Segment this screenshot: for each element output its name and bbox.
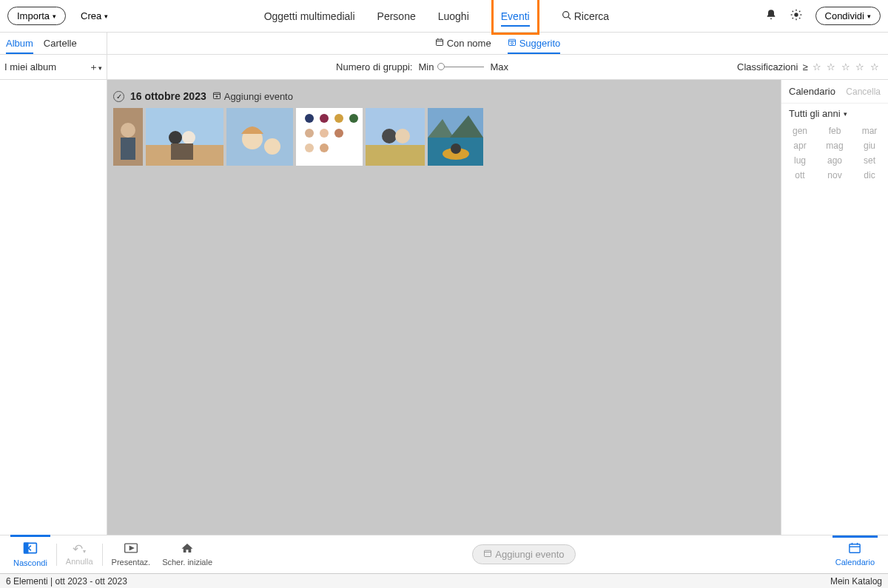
hide-panel-button[interactable]: Nascondi [7,541,53,567]
svg-rect-54 [24,543,28,552]
svg-marker-56 [130,547,133,550]
month-cell[interactable]: lug [789,155,811,166]
tab-named[interactable]: Con nome [435,33,491,53]
thumbnail[interactable] [113,108,143,166]
search-trigger[interactable]: Ricerca [562,10,609,22]
tab-named-label: Con nome [447,38,491,49]
svg-point-41 [305,143,314,152]
ratings-label: Classificazioni [737,61,798,72]
my-albums-label: I miei album [4,61,56,72]
svg-point-40 [334,129,343,138]
home-button[interactable]: Scher. iniziale [156,542,218,567]
import-button[interactable]: Importa ▾ [7,7,66,25]
svg-point-39 [320,129,329,138]
nav-media[interactable]: Oggetti multimediali [264,3,355,30]
status-right: Mein Katalog [830,576,882,587]
topbar: Importa ▾ Crea ▾ Oggetti multimediali Pe… [0,0,888,33]
share-button[interactable]: Condividi ▾ [815,7,881,25]
slideshow-button[interactable]: Presentaz. [106,542,157,567]
calendar-month-row: gen feb mar [789,124,881,138]
undo-button[interactable]: ↶▾ Annulla [60,543,99,566]
month-cell[interactable]: gen [789,126,811,136]
brightness-icon[interactable] [790,9,802,24]
status-left: 6 Elementi | ott 2023 - ott 2023 [6,576,127,587]
tab-suggested[interactable]: Suggerito [508,33,561,53]
divider [56,544,57,566]
nav-people[interactable]: Persone [377,3,416,30]
svg-line-7 [792,10,793,11]
create-button[interactable]: Crea ▾ [81,10,108,21]
thumbnail[interactable] [366,108,425,166]
add-album-button[interactable]: ＋▾ [89,61,102,74]
svg-point-32 [264,138,280,155]
month-cell[interactable]: dic [858,170,881,180]
svg-line-8 [799,18,800,18]
subbar: Album Cartelle Con nome Suggerito [0,33,888,55]
nav-places[interactable]: Luoghi [438,3,469,30]
calendar-month-row: apr mag giu [789,138,881,153]
calendar-month-row: ott nov dic [789,168,881,183]
calendar-panel-label: Calendario [835,558,875,567]
add-event-link[interactable]: Aggiungi evento [212,91,293,102]
select-all-check-icon[interactable]: ✓ [113,91,124,102]
calendar-title: Calendario [789,86,835,97]
tab-folders[interactable]: Cartelle [44,33,77,53]
svg-point-37 [349,114,358,123]
max-label: Max [490,61,508,72]
svg-rect-29 [171,143,193,160]
min-label: Min [418,61,434,72]
svg-point-46 [395,129,410,143]
hide-label: Nascondi [13,558,47,567]
bell-icon[interactable] [765,9,777,24]
svg-point-34 [305,114,314,123]
month-cell[interactable]: feb [824,126,846,136]
calendar-panel-button[interactable]: Calendario [830,542,881,567]
svg-point-52 [451,143,461,154]
groups-label: Numero di gruppi: [336,61,412,72]
groups-slider[interactable] [440,67,484,67]
svg-line-1 [568,16,571,18]
calendar-months: gen feb mar apr mag giu lug ago set ott … [781,124,888,190]
calendar-clear[interactable]: Cancella [846,87,881,97]
tab-album[interactable]: Album [6,33,33,53]
nav-center: Oggetti multimediali Persone Luoghi Even… [108,0,764,35]
month-cell[interactable]: ott [789,170,811,180]
add-event-button-label: Aggiungi evento [495,549,564,560]
chevron-down-icon: ▾ [53,13,56,20]
month-cell[interactable]: mag [824,141,846,151]
svg-point-0 [562,11,568,17]
month-cell[interactable]: ago [824,155,846,166]
calendar-year-select[interactable]: Tutti gli anni ▾ [781,104,888,124]
svg-point-23 [121,123,135,138]
month-cell[interactable]: apr [789,141,811,151]
thumbnail[interactable] [296,108,363,166]
month-cell[interactable]: set [858,155,881,166]
undo-icon: ↶▾ [73,543,86,555]
month-cell[interactable]: giu [858,141,881,151]
calendar-month-row: lug ago set [789,153,881,168]
thumbnail[interactable] [428,108,483,166]
svg-line-9 [792,18,793,18]
home-icon [181,542,194,556]
month-cell[interactable]: nov [824,170,846,180]
toolrow-left: I miei album ＋▾ [0,55,107,79]
add-event-button[interactable]: Aggiungi evento [472,544,575,564]
svg-rect-59 [850,544,860,553]
month-cell[interactable]: mar [858,126,881,136]
create-label: Crea [81,10,101,21]
divider [102,544,103,566]
content-main: ✓ 16 ottobre 2023 Aggiungi evento [107,80,781,535]
sidebar-right: Calendario Cancella Tutti gli anni ▾ gen… [781,80,888,535]
bottombar: Nascondi ↶▾ Annulla Presentaz. Scher. in… [0,535,888,573]
nav-events[interactable]: Eventi [501,3,530,30]
slideshow-icon [124,542,138,556]
rating-stars[interactable]: ☆ ☆ ☆ ☆ ☆ [813,61,881,72]
svg-point-42 [320,143,329,152]
share-label: Condividi [825,10,864,21]
svg-rect-44 [366,145,425,166]
import-label: Importa [17,10,50,21]
svg-point-17 [511,42,513,44]
thumbnail[interactable] [226,108,293,166]
thumbnail-row [113,108,775,166]
thumbnail[interactable] [146,108,223,166]
